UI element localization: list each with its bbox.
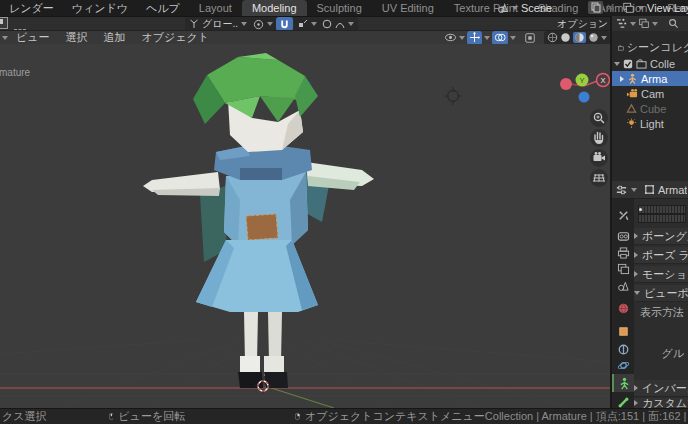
outliner-row-cube[interactable]: Cube (612, 101, 688, 116)
snap-toggle[interactable] (276, 17, 293, 31)
proportional-circle-icon (322, 19, 332, 29)
panel-arrow (634, 252, 638, 258)
gizmo-x-label: X (600, 76, 605, 85)
status-stats: Collection | Armature | 頂点:151 | 面:162 |… (485, 409, 688, 424)
armature-icon (627, 73, 638, 84)
viewport-menu-add[interactable]: 追加 (96, 30, 134, 45)
bone-layers-grid-bottom[interactable] (638, 214, 686, 223)
properties-header: Armat (612, 181, 688, 199)
view-layer-selector[interactable]: View Layer (622, 1, 688, 15)
outliner-row-scene-collection[interactable]: シーンコレク (612, 40, 688, 55)
gizmo-y-label: Y (579, 76, 584, 85)
select-mode-set-button[interactable] (0, 17, 8, 29)
eye-icon (444, 32, 457, 43)
display-as-label: 表示方法 (634, 305, 684, 320)
tab-scene[interactable] (612, 277, 634, 295)
blender-window: レンダー ウィンドウ ヘルプ Layout Modeling Sculpting… (0, 0, 688, 424)
workspace-tab-modeling[interactable]: Modeling (242, 0, 307, 17)
overlay-view-name: ユーザー透視投影 (0, 54, 14, 66)
navigation-gizmo[interactable]: X Y (560, 74, 610, 103)
viewport-nav-buttons[interactable] (590, 109, 608, 187)
view-layer-name[interactable]: View Layer (647, 2, 688, 14)
tab-world[interactable] (612, 299, 634, 317)
shading-rendered-icon[interactable] (588, 32, 599, 43)
scene-name[interactable]: Scene (521, 2, 552, 14)
panel-arrow (634, 385, 638, 391)
panel-motion-paths[interactable]: モーション (634, 266, 688, 283)
pivot-chevron (267, 22, 273, 26)
visibility-dropdown[interactable] (444, 32, 465, 43)
panel-arrow (634, 233, 638, 239)
tab-view-layer[interactable] (612, 260, 634, 278)
shading-solid-icon[interactable] (560, 32, 571, 43)
falloff-chevron (348, 22, 354, 26)
outliner-row-armature[interactable]: Arma (612, 71, 688, 86)
scene-dropdown-chevron (512, 6, 518, 10)
orientation-value: グロー.. (202, 17, 238, 31)
menu-render[interactable]: レンダー (0, 1, 63, 16)
options-button[interactable]: オプション (561, 17, 613, 31)
character-model[interactable] (143, 53, 374, 388)
workspace-tab-uv-editing[interactable]: UV Editing (372, 0, 444, 17)
outliner-row-camera[interactable]: Cam (612, 86, 688, 101)
tab-physics[interactable] (612, 356, 634, 374)
target-reticle (444, 87, 462, 105)
pivot-icon (253, 19, 264, 30)
shading-wireframe-icon[interactable] (547, 32, 558, 43)
outliner-row-collection[interactable]: Colle (612, 56, 688, 71)
display-mode-icon[interactable] (638, 18, 650, 29)
menu-help[interactable]: ヘルプ (137, 1, 189, 16)
bone-layers-grid-top[interactable] (638, 205, 686, 214)
outliner-header (612, 16, 688, 31)
outliner-editor-chevron[interactable] (630, 22, 636, 26)
overlay-object-name: Armature (0, 66, 48, 78)
properties-editor-icon[interactable] (615, 184, 628, 196)
overlays-chevron[interactable] (510, 36, 516, 40)
tab-object[interactable] (612, 322, 634, 340)
scene-selector[interactable]: Scene (497, 1, 552, 15)
display-mode-chevron[interactable] (652, 22, 658, 26)
panel-bone-groups[interactable]: ボーングル (634, 228, 688, 245)
scene-copy-button[interactable] (588, 1, 603, 14)
panel-arrow (634, 271, 638, 277)
view-layer-icon (622, 2, 635, 14)
viewport-menu-view[interactable]: ビュー (8, 30, 58, 45)
shading-chevron[interactable] (601, 36, 607, 40)
snap-settings-dropdown[interactable] (294, 17, 321, 31)
pivot-point-dropdown[interactable] (249, 17, 277, 31)
transform-orientation-dropdown[interactable]: グロー.. (185, 17, 251, 31)
outliner-editor-icon[interactable] (616, 18, 628, 29)
panel-pose-library[interactable]: ポーズ ライ (634, 247, 688, 264)
mesh-data-icon (626, 103, 637, 114)
gizmos-chevron[interactable] (484, 36, 490, 40)
armature-expand-arrow[interactable] (620, 76, 624, 82)
panel-inverse-kinematics[interactable]: インバース (634, 380, 688, 397)
outliner-row-light[interactable]: Light (612, 116, 688, 131)
xray-toggle-icon[interactable] (524, 32, 536, 44)
viewport-menu-object[interactable]: オブジェクト (134, 30, 218, 45)
search-icon[interactable] (668, 18, 679, 29)
workspace-tab-sculpting[interactable]: Sculpting (307, 0, 372, 17)
scene-unlink-icon[interactable]: ✕ (606, 2, 614, 13)
viewport-header-controls (444, 31, 610, 44)
collection-expand-arrow[interactable] (614, 62, 620, 66)
properties-editor-chevron[interactable] (631, 188, 637, 192)
shading-material-icon (574, 32, 585, 43)
proportional-editing-group[interactable] (318, 17, 358, 31)
tab-tool[interactable] (612, 206, 634, 224)
workspace-tab-layout[interactable]: Layout (189, 0, 242, 17)
options-label: オプション (557, 17, 608, 31)
overlays-icon (494, 32, 506, 43)
viewport-canvas[interactable]: X Y ユーザー透視投影 Armature (0, 44, 612, 408)
viewport-menu-select[interactable]: 選択 (58, 30, 96, 45)
mouse-right-icon (295, 411, 300, 422)
overlays-toggle[interactable] (492, 31, 508, 45)
tab-render[interactable] (612, 227, 634, 245)
camera-icon (626, 88, 638, 99)
menu-window[interactable]: ウィンドウ (63, 1, 137, 16)
panel-viewport-display[interactable]: ビューポー (634, 285, 688, 302)
shading-material-button[interactable] (573, 32, 586, 43)
tab-object-data-active[interactable] (612, 374, 634, 392)
collection-checkbox[interactable] (623, 59, 633, 69)
gizmos-toggle[interactable] (467, 31, 482, 45)
